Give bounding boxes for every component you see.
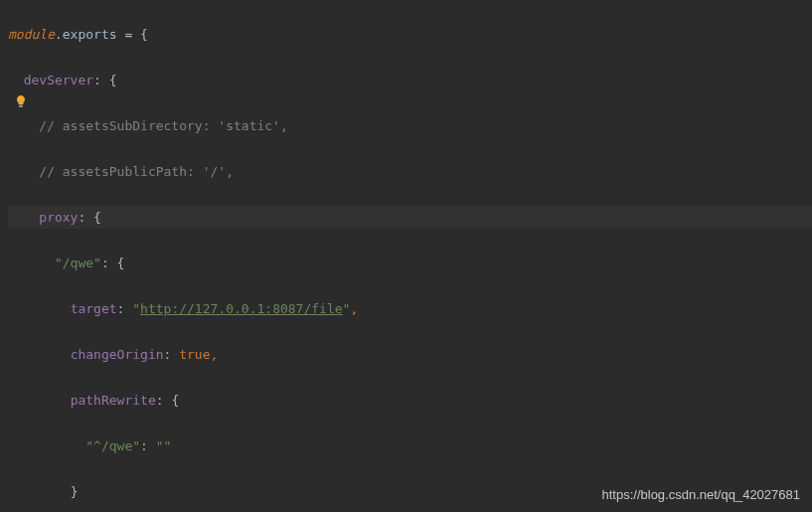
code-line: target: "http://127.0.0.1:8087/file", [8,297,812,320]
token-punct: : [101,256,117,270]
token-brace: { [93,210,101,225]
svg-rect-0 [19,105,23,108]
token-text: .exports [55,27,124,42]
lightbulb-icon[interactable] [14,92,28,106]
watermark-text: https://blog.csdn.net/qq_42027681 [602,483,801,506]
token-punct: : [78,210,93,225]
code-line: pathRewrite: { [8,389,812,412]
token-boolean: true [179,347,210,362]
token-punct: : [93,73,109,87]
token-punct: : [140,438,156,453]
token-brace: { [117,256,125,270]
token-property: pathRewrite [71,393,156,408]
token-operator: = [124,27,140,42]
token-comma: , [350,301,358,316]
token-link[interactable]: http://127.0.0.1:8087/file [140,301,343,316]
token-string: "" [156,438,172,453]
token-comment: // assetsPublicPath: '/', [39,164,234,179]
token-brace: { [171,393,179,408]
code-line: "^/qwe": "" [8,434,812,457]
token-punct: : [164,347,180,362]
token-string: "^/qwe" [85,438,140,453]
token-property: proxy [39,210,78,225]
code-line: module.exports = { [8,23,812,46]
token-property: target [71,301,117,316]
code-line-active: proxy: { [8,206,812,229]
token-keyword: module [8,27,55,42]
code-line: "/qwe": { [8,252,812,274]
token-string: "/qwe" [55,256,101,270]
token-property: changeOrigin [71,347,164,362]
token-brace: } [71,484,79,499]
code-line: // assetsPublicPath: '/', [8,160,812,183]
code-line: devServer: { [8,69,812,91]
token-brace: { [109,73,117,87]
token-punct: : [156,393,172,408]
token-comma: , [211,347,219,362]
code-line: // assetsSubDirectory: 'static', [8,114,812,137]
token-quote: " [132,301,140,316]
token-comment: // assetsSubDirectory: 'static', [39,118,287,133]
code-line: changeOrigin: true, [8,343,812,366]
token-brace: { [140,27,148,42]
token-punct: : [117,301,133,316]
token-property: devServer [24,73,93,87]
code-editor-content[interactable]: module.exports = { devServer: { // asset… [8,0,812,512]
